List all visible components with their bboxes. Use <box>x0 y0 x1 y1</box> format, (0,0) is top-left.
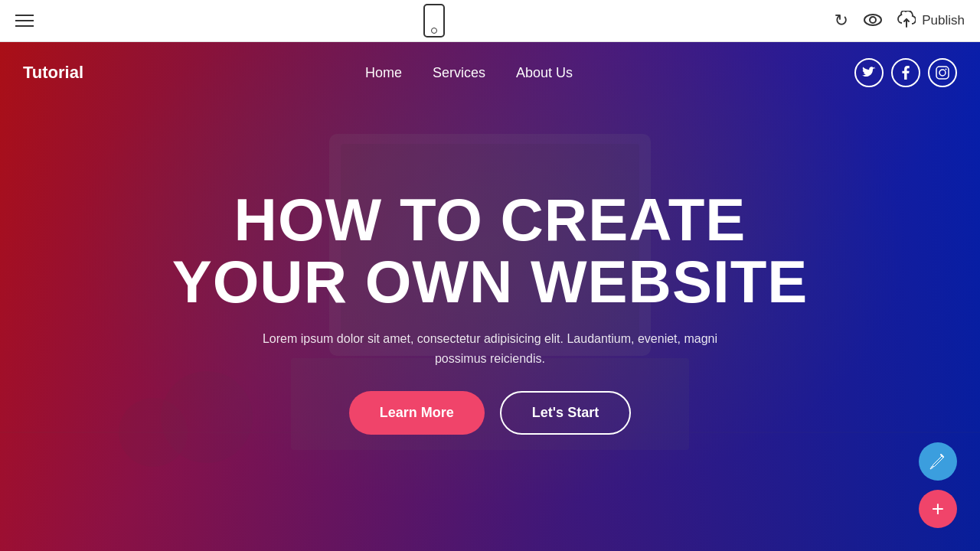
facebook-button[interactable] <box>891 58 920 87</box>
svg-point-1 <box>870 17 876 23</box>
nav-link-services[interactable]: Services <box>433 65 485 81</box>
hero-title-line1: HOW TO CREATE <box>234 186 746 253</box>
svg-point-10 <box>939 70 946 76</box>
eye-icon[interactable] <box>864 12 882 30</box>
website-preview: Tutorial Home Services About Us <box>0 42 980 551</box>
nav-link-home[interactable]: Home <box>365 65 402 81</box>
hero-buttons: Learn More Let's Start <box>349 391 631 435</box>
publish-label: Publish <box>922 13 965 28</box>
svg-point-11 <box>946 69 947 70</box>
hero-title: HOW TO CREATE YOUR OWN WEBSITE <box>172 189 808 315</box>
hamburger-menu-icon[interactable] <box>15 15 34 27</box>
add-fab-button[interactable]: + <box>919 490 957 528</box>
site-nav: Tutorial Home Services About Us <box>0 42 980 103</box>
learn-more-button[interactable]: Learn More <box>349 391 485 435</box>
hero-content: HOW TO CREATE YOUR OWN WEBSITE Lorem ips… <box>96 189 885 435</box>
cloud-upload-icon <box>897 11 916 31</box>
publish-button[interactable]: Publish <box>897 11 965 31</box>
twitter-button[interactable] <box>854 58 884 87</box>
toolbar-right: ↺ Publish <box>835 11 965 31</box>
site-logo[interactable]: Tutorial <box>23 63 83 83</box>
mobile-preview-icon[interactable] <box>423 4 445 37</box>
fab-container: + <box>919 442 957 528</box>
lets-start-button[interactable]: Let's Start <box>500 391 631 435</box>
toolbar-center <box>423 4 445 37</box>
site-nav-links: Home Services About Us <box>365 65 573 81</box>
edit-fab-button[interactable] <box>919 442 957 481</box>
hero-title-line2: YOUR OWN WEBSITE <box>172 248 808 315</box>
nav-link-about[interactable]: About Us <box>516 65 573 81</box>
hero-subtitle: Lorem ipsum dolor sit amet, consectetur … <box>260 329 720 368</box>
undo-icon[interactable]: ↺ <box>835 11 848 31</box>
site-nav-socials <box>854 58 957 87</box>
toolbar: ↺ Publish <box>0 0 980 42</box>
instagram-button[interactable] <box>928 58 957 87</box>
svg-rect-9 <box>936 67 949 79</box>
toolbar-left <box>15 15 34 27</box>
